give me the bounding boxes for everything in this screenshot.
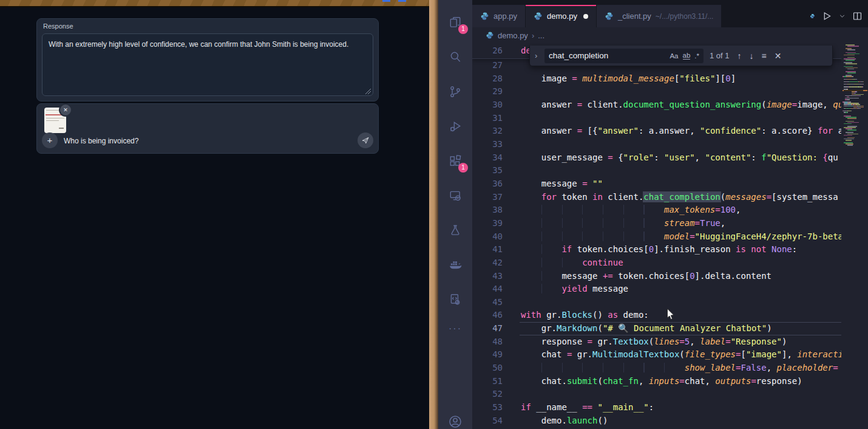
code-line[interactable]: 42 continue <box>472 256 868 270</box>
line-number[interactable]: 26 <box>472 43 503 58</box>
match-case-toggle[interactable]: Aa <box>670 52 678 60</box>
code-line[interactable]: 36 message = "" <box>472 177 868 191</box>
task-file-icon[interactable] <box>438 282 472 317</box>
line-number[interactable]: 53 <box>472 401 503 414</box>
code-token: image <box>767 100 792 109</box>
find-next-button[interactable]: ↓ <box>750 51 754 61</box>
account-icon[interactable] <box>438 404 472 429</box>
code-line[interactable]: 33 <box>472 138 868 151</box>
line-number[interactable]: 39 <box>472 217 503 230</box>
line-number[interactable]: 54 <box>472 414 503 428</box>
remote-explorer-icon[interactable] <box>438 178 472 213</box>
regex-toggle[interactable]: .* <box>694 52 699 60</box>
find-previous-button[interactable]: ↑ <box>737 51 742 61</box>
find-query[interactable]: chat_completion <box>549 51 665 60</box>
line-number[interactable]: 44 <box>472 283 503 296</box>
send-button[interactable] <box>358 132 373 148</box>
run-debug-icon[interactable] <box>438 109 472 143</box>
code-token: f <box>761 153 766 162</box>
code-line[interactable]: 28 image = multimodal_message["files"][0… <box>472 72 868 86</box>
response-textarea[interactable] <box>42 33 373 96</box>
code-line[interactable]: 44 yield message <box>472 283 868 296</box>
minimap[interactable] <box>841 43 868 429</box>
code-line[interactable]: 49 chat = gr.MultimodalTextbox(file_type… <box>472 348 868 362</box>
line-number[interactable]: 29 <box>472 85 503 98</box>
breadcrumb-symbol[interactable]: ... <box>538 31 544 40</box>
line-number[interactable]: 47 <box>472 322 503 335</box>
window-divider[interactable] <box>429 0 438 429</box>
chat-message-input[interactable] <box>63 132 326 149</box>
line-number[interactable]: 33 <box>472 138 503 151</box>
tab-app-py[interactable]: app.py <box>472 5 526 27</box>
extensions-icon[interactable]: 1 <box>438 143 472 178</box>
code-line[interactable]: 30 answer = client.document_question_ans… <box>472 98 868 112</box>
line-number[interactable]: 28 <box>472 72 503 86</box>
code-line[interactable]: 29 <box>472 85 868 98</box>
find-close-button[interactable]: ✕ <box>775 51 782 61</box>
line-number[interactable]: 35 <box>472 164 503 177</box>
tab-client-py[interactable]: _client.py ~/.../python3.11/... <box>597 5 722 27</box>
more-views-icon[interactable]: ··· <box>438 317 472 341</box>
code-line[interactable]: 50 show_label=False, placeholder= <box>472 362 868 375</box>
run-dropdown-chevron-icon[interactable] <box>839 13 846 19</box>
line-number[interactable]: 51 <box>472 375 503 388</box>
line-number[interactable]: 52 <box>472 388 503 401</box>
modified-dot-icon[interactable] <box>583 14 588 19</box>
code-line[interactable]: 51 chat.submit(chat_fn, inputs=chat, out… <box>472 375 868 388</box>
clipped-tab[interactable] <box>806 12 815 21</box>
line-number[interactable]: 45 <box>472 296 503 309</box>
code-line[interactable]: 37 for token in client.chat_completion(m… <box>472 191 868 204</box>
line-number[interactable]: 34 <box>472 151 503 165</box>
line-number[interactable]: 50 <box>472 362 503 375</box>
explorer-icon[interactable]: 1 <box>438 5 472 39</box>
run-file-button[interactable] <box>822 11 832 21</box>
code-line[interactable]: 40 model="HuggingFaceH4/zephyr-7b-beta <box>472 230 868 244</box>
line-number[interactable]: 37 <box>472 191 503 204</box>
code-line[interactable]: 48 response = gr.Textbox(lines=5, label=… <box>472 335 868 349</box>
line-number[interactable]: 46 <box>472 309 503 322</box>
code-line[interactable]: 52 <box>472 388 868 401</box>
code-line[interactable]: 53if __name__ == "__main__": <box>472 401 868 414</box>
code-line[interactable]: 34 user_message = {"role": "user", "cont… <box>472 151 868 165</box>
line-number[interactable]: 32 <box>472 125 503 138</box>
find-in-selection-button[interactable]: ≡ <box>762 51 767 61</box>
docker-icon[interactable] <box>438 247 472 282</box>
code-line[interactable]: 41 if token.choices[0].finish_reason is … <box>472 243 868 256</box>
remove-attachment-button[interactable]: ✕ <box>59 103 72 117</box>
whole-word-toggle[interactable]: ab <box>683 52 691 60</box>
line-number[interactable]: 41 <box>472 243 503 256</box>
line-number[interactable]: 48 <box>472 335 503 349</box>
breadcrumb-file[interactable]: demo.py <box>498 31 528 40</box>
line-number[interactable]: 42 <box>472 256 503 270</box>
line-number[interactable]: 36 <box>472 177 503 191</box>
toggle-replace-chevron-icon[interactable]: › <box>535 51 544 60</box>
line-number[interactable]: 31 <box>472 112 503 125</box>
code-token: label <box>700 337 725 346</box>
testing-flask-icon[interactable] <box>438 213 472 247</box>
split-editor-button[interactable] <box>852 11 863 21</box>
code-line[interactable]: 43 message += token.choices[0].delta.con… <box>472 270 868 283</box>
line-number[interactable]: 38 <box>472 204 503 217</box>
source-control-icon[interactable] <box>438 74 472 109</box>
search-icon[interactable] <box>438 39 472 74</box>
line-number[interactable]: 43 <box>472 270 503 283</box>
line-number[interactable]: 49 <box>472 348 503 362</box>
resize-handle-icon[interactable] <box>365 89 371 94</box>
code-line[interactable]: 35 <box>472 164 868 177</box>
code-editor[interactable]: 2728 image = multimodal_message["files"]… <box>472 43 868 429</box>
line-number[interactable]: 40 <box>472 230 503 244</box>
tab-demo-py[interactable]: demo.py <box>526 5 597 27</box>
code-line[interactable]: 45 <box>472 296 868 309</box>
code-line[interactable]: 46with gr.Blocks() as demo: <box>472 309 868 322</box>
code-line[interactable]: 38 max_tokens=100, <box>472 204 868 217</box>
code-line[interactable]: 32 answer = [{"answer": a.answer, "confi… <box>472 125 868 138</box>
code-token: qu <box>828 153 838 162</box>
code-line[interactable]: 54 demo.launch() <box>472 414 868 428</box>
find-input[interactable]: chat_completion Aa ab .* <box>544 49 704 63</box>
add-file-button[interactable]: + <box>42 132 58 148</box>
code-line[interactable]: 47 gr.Markdown("# 🔍 Document Analyzer Ch… <box>472 322 868 335</box>
code-line[interactable]: 31 <box>472 112 868 125</box>
code-line[interactable]: 39 stream=True, <box>472 217 868 230</box>
line-number[interactable]: 30 <box>472 98 503 112</box>
line-number[interactable]: 27 <box>472 59 503 72</box>
